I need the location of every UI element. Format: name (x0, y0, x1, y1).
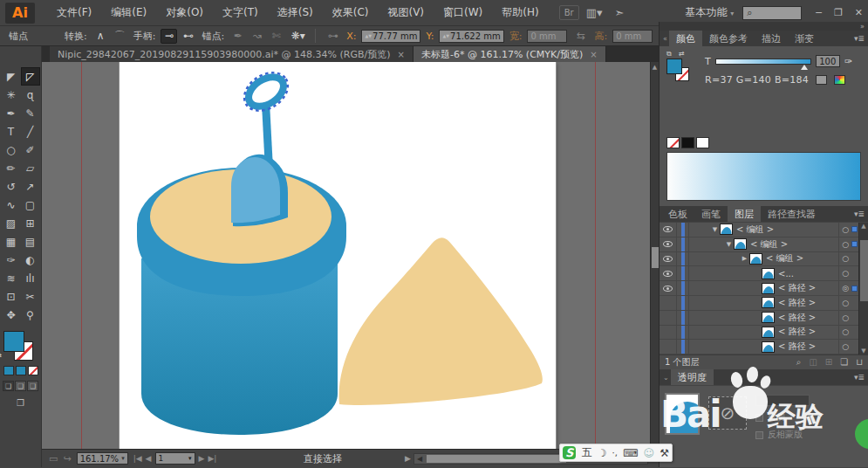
anchor-edit-icon[interactable]: ✄ (268, 29, 284, 44)
menu-item[interactable]: 选择(S) (268, 2, 323, 24)
layers-scroll-thumb[interactable] (860, 240, 868, 301)
layers-footer-icon[interactable]: ❏ (840, 357, 848, 368)
document-tab[interactable]: Nipic_29842067_20190829115903980000.ai* … (50, 46, 413, 62)
tool-button[interactable]: ▨ (2, 214, 21, 232)
layer-thumbnail[interactable] (762, 312, 775, 323)
layer-row[interactable]: < 路径 > ○ (660, 326, 868, 341)
visibility-toggle[interactable] (660, 281, 677, 295)
panel-menu-icon[interactable]: ▾≣ (854, 210, 865, 218)
layers-footer-icon[interactable]: ⌕ (796, 357, 802, 368)
corner-widget-icon[interactable]: ❋▾ (290, 29, 306, 44)
collapse-panels-icon[interactable]: » (860, 23, 865, 31)
draw-inside-mode-icon[interactable]: ❏ (27, 381, 38, 391)
horizontal-scroll-thumb[interactable] (427, 455, 566, 463)
panel-tab[interactable]: 透明度 (671, 369, 714, 386)
target-icon[interactable]: ○ (842, 327, 849, 336)
default-colors-icon[interactable]: ⧉ (666, 50, 672, 58)
wubi-mode[interactable]: 五 (582, 445, 592, 460)
sogou-logo[interactable]: S (563, 446, 576, 459)
fill-stroke-proxies[interactable]: ⇄ (3, 331, 35, 361)
panel-menu-icon[interactable]: ▾≣ (854, 34, 865, 43)
ime-toolbar[interactable]: S 五 ☽ ·, ⌨ ☺ ⚒ (559, 444, 673, 462)
tool-button[interactable]: ◤ (2, 67, 21, 86)
tint-value-field[interactable]: 100 (816, 55, 840, 67)
panel-tab[interactable]: 渐变 (788, 31, 821, 47)
width-label[interactable]: 宽: (509, 30, 523, 43)
layer-row[interactable]: <... ○ (660, 266, 868, 281)
draw-normal-mode-icon[interactable]: ❏ (3, 381, 14, 391)
draw-behind-mode-icon[interactable]: ❏ (15, 381, 26, 391)
target-icon[interactable]: ◎ (842, 284, 849, 292)
panel-tab[interactable]: 路径查找器 (761, 206, 823, 223)
scroll-down-icon[interactable]: ▼ (859, 348, 868, 354)
handle-display-icon[interactable]: ⊸ (161, 29, 177, 44)
close-button[interactable]: ✕ (855, 7, 863, 18)
checkbox-icon[interactable] (755, 414, 763, 422)
layer-thumbnail[interactable] (749, 253, 762, 265)
tool-button[interactable]: ✥ (2, 306, 21, 324)
expander-icon[interactable]: ▼ (710, 226, 720, 233)
menu-item[interactable]: 帮助(H) (492, 2, 548, 24)
convert-anchor-icon[interactable]: ∧ (92, 29, 109, 44)
tool-button[interactable]: ○ (2, 141, 21, 159)
menu-item[interactable]: 效果(C) (323, 2, 379, 24)
fill-proxy[interactable] (3, 331, 24, 352)
close-tab-icon[interactable]: × (398, 50, 405, 59)
menu-item[interactable]: 文件(F) (47, 2, 101, 24)
tool-button[interactable]: ✑ (2, 251, 21, 269)
target-icon[interactable]: ○ (842, 254, 849, 263)
gradient-button[interactable] (16, 366, 26, 375)
gradient-preview[interactable] (666, 152, 861, 201)
menu-item[interactable]: 对象(O) (156, 2, 213, 24)
artboard-nav-icon[interactable]: ▭ (49, 453, 58, 465)
layer-label[interactable]: < 编组 > (736, 224, 774, 236)
workspace-switcher[interactable]: 基本功能 ▾ (685, 5, 734, 20)
scroll-left-icon[interactable]: ◀ (414, 454, 425, 464)
link-dimensions-icon[interactable]: ⇆ (572, 29, 589, 44)
width-field[interactable]: 0 mm (527, 30, 567, 43)
menu-item[interactable]: 文字(T) (213, 2, 268, 24)
layer-row[interactable]: ▼ < 编组 > ○ (660, 223, 868, 237)
zoom-level-field[interactable]: 161.17% ▾ (77, 452, 128, 465)
target-icon[interactable]: ○ (842, 269, 849, 278)
canvas-area[interactable]: ▲ (42, 62, 659, 449)
swap-colors-icon[interactable]: ⇄ (679, 50, 685, 58)
visibility-toggle[interactable] (660, 340, 677, 354)
fill-proxy[interactable] (666, 58, 682, 74)
layer-row[interactable]: ▼ < 编组 > ○ (660, 237, 868, 252)
visibility-toggle[interactable] (660, 311, 677, 325)
color-spectrum-icon[interactable] (834, 75, 845, 85)
layer-label[interactable]: < 路径 > (778, 312, 816, 324)
tool-button[interactable]: ✳ (2, 86, 21, 104)
tool-button[interactable]: ◸ (21, 67, 40, 86)
layer-thumbnail[interactable] (762, 327, 775, 338)
visibility-toggle[interactable] (660, 266, 677, 280)
layers-footer-icon[interactable]: ◫ (809, 357, 817, 368)
tool-button[interactable]: ↗ (21, 177, 40, 196)
panel-collapse-icon[interactable]: « (661, 35, 669, 43)
x-label[interactable]: X: (346, 31, 356, 42)
handle-display-icon[interactable]: ⊷ (180, 29, 196, 44)
layer-label[interactable]: < 路径 > (778, 282, 816, 294)
none-button[interactable] (28, 366, 38, 375)
restore-button[interactable]: ❐ (834, 7, 843, 18)
layers-footer-icon[interactable]: ⊔ (856, 357, 863, 368)
tool-button[interactable]: ✂ (21, 287, 40, 306)
white-swatch[interactable] (696, 137, 709, 148)
tool-button[interactable]: ▤ (21, 232, 40, 251)
target-icon[interactable]: ○ (842, 299, 849, 307)
tool-button[interactable]: ∿ (2, 196, 21, 214)
panel-tab[interactable]: 画笔 (694, 206, 728, 223)
color-proxies[interactable]: ⧉ ⇄ (666, 52, 696, 81)
layer-label[interactable]: < 编组 > (750, 238, 788, 251)
menu-item[interactable]: 视图(V) (378, 2, 434, 24)
document-tab[interactable]: 未标题-6* @ 161.17% (CMYK/预览) × (413, 46, 606, 62)
visibility-toggle[interactable] (660, 223, 677, 237)
menu-item[interactable]: 编辑(E) (101, 2, 156, 24)
artboard-number-field[interactable]: 1 ▾ (155, 452, 195, 465)
black-swatch[interactable] (681, 137, 694, 148)
share-icon[interactable]: ➣ (609, 4, 629, 21)
layer-thumbnail[interactable] (762, 297, 775, 308)
visibility-toggle[interactable] (660, 237, 677, 251)
tool-button[interactable]: ╱ (21, 122, 40, 141)
